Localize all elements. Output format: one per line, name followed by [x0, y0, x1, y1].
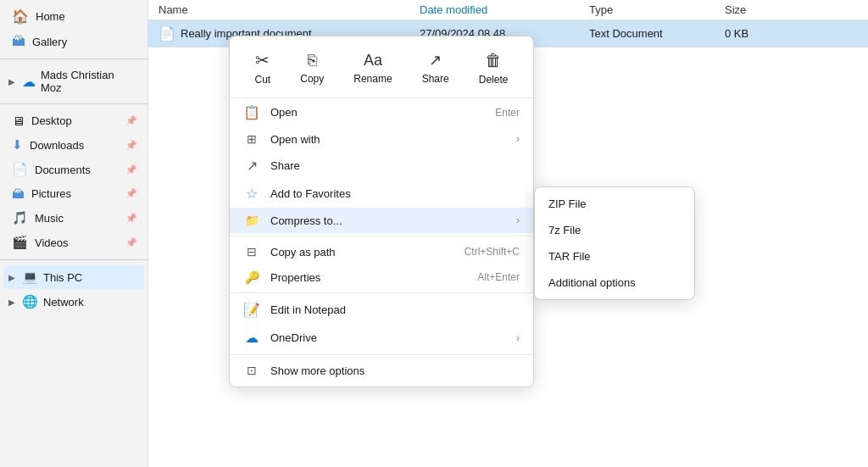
file-icon: 📄	[159, 25, 175, 42]
chevron-icon: ▶	[8, 77, 15, 86]
sidebar-divider	[0, 103, 147, 104]
documents-icon: 📄	[12, 162, 28, 177]
sidebar-item-videos[interactable]: 🎬 Videos 📌	[3, 231, 144, 254]
pin-icon: 📌	[125, 140, 137, 151]
additional-label: Additional options	[548, 276, 636, 289]
column-type[interactable]: Type	[589, 3, 725, 16]
cut-button[interactable]: ✂ Cut	[247, 47, 280, 89]
menu-item-show-more[interactable]: ⊡ Show more options	[230, 358, 533, 383]
menu-item-compress[interactable]: 📁 Compress to... ›	[230, 208, 533, 233]
copy-path-label: Copy as path	[270, 246, 454, 259]
sidebar-item-pictures[interactable]: 🏔 Pictures 📌	[3, 182, 144, 205]
properties-shortcut: Alt+Enter	[477, 271, 520, 283]
pin-icon: 📌	[125, 213, 137, 224]
compress-icon: 📁	[243, 214, 260, 227]
gallery-icon: 🏔	[12, 34, 25, 49]
open-shortcut: Enter	[495, 107, 520, 119]
menu-item-edit-notepad[interactable]: 📝 Edit in Notepad	[230, 296, 533, 324]
open-label: Open	[270, 106, 485, 119]
show-more-label: Show more options	[270, 364, 520, 377]
sidebar-item-documents[interactable]: 📄 Documents 📌	[3, 158, 144, 181]
chevron-right-icon3: ›	[516, 332, 520, 344]
file-size: 0 KB	[725, 27, 748, 40]
notepad-label: Edit in Notepad	[270, 303, 520, 316]
sidebar-item-gallery[interactable]: 🏔 Gallery	[3, 30, 144, 53]
menu-item-open-with[interactable]: ⊞ Open with ›	[230, 126, 533, 152]
submenu-item-7z[interactable]: 7z File	[535, 217, 694, 243]
share-icon: ↗	[429, 51, 442, 69]
show-more-icon: ⊡	[243, 364, 260, 377]
context-menu: ✂ Cut ⎘ Copy Aa Rename ↗ Share 🗑 Delete …	[229, 36, 534, 387]
tar-label: TAR File	[548, 250, 591, 263]
menu-divider1	[230, 236, 533, 236]
menu-item-open[interactable]: 📋 Open Enter	[230, 98, 533, 126]
rename-label: Rename	[353, 73, 392, 85]
delete-icon: 🗑	[485, 51, 502, 70]
sidebar-item-network[interactable]: ▶ 🌐 Network	[3, 290, 144, 314]
column-date[interactable]: Date modified	[420, 3, 589, 16]
sidebar-item-label: Network	[43, 296, 84, 309]
sidebar-item-home[interactable]: 🏠 Home	[3, 4, 144, 29]
sidebar-item-label: Home	[36, 10, 65, 23]
pin-icon: 📌	[125, 237, 137, 248]
submenu-item-tar[interactable]: TAR File	[535, 243, 694, 270]
sidebar-item-label: Gallery	[32, 36, 67, 48]
menu-item-properties[interactable]: 🔑 Properties Alt+Enter	[230, 264, 533, 290]
notepad-icon: 📝	[243, 302, 260, 318]
7z-label: 7z File	[548, 224, 581, 236]
main-content: Name Date modified Type Size 📄 Really im…	[148, 0, 868, 467]
chevron-icon: ▶	[8, 297, 15, 307]
menu-divider3	[230, 354, 533, 355]
column-name[interactable]: Name	[148, 3, 420, 16]
sidebar-item-downloads[interactable]: ⬇ Downloads 📌	[3, 133, 144, 157]
open-icon: 📋	[243, 104, 260, 120]
file-table-header: Name Date modified Type Size	[148, 0, 868, 20]
network-icon: 🌐	[22, 294, 38, 309]
copy-path-shortcut: Ctrl+Shift+C	[465, 246, 520, 258]
submenu-item-zip[interactable]: ZIP File	[535, 191, 694, 217]
delete-button[interactable]: 🗑 Delete	[470, 47, 517, 89]
submenu-item-additional[interactable]: Additional options	[535, 270, 694, 296]
delete-label: Delete	[479, 74, 509, 86]
onedrive-label: OneDrive	[270, 331, 506, 344]
videos-icon: 🎬	[12, 235, 28, 250]
pin-icon: 📌	[125, 164, 137, 175]
sidebar-divider	[0, 58, 147, 59]
share-label: Share	[422, 73, 449, 85]
menu-item-share[interactable]: ↗ Share	[230, 152, 533, 180]
column-size[interactable]: Size	[725, 3, 746, 16]
compress-label: Compress to...	[270, 214, 506, 227]
menu-item-copy-path[interactable]: ⊟ Copy as path Ctrl+Shift+C	[230, 239, 533, 264]
pictures-icon: 🏔	[12, 186, 25, 201]
share-button[interactable]: ↗ Share	[414, 47, 458, 88]
sidebar-item-label: Mads Christian Moz	[41, 69, 137, 94]
zip-label: ZIP File	[548, 197, 587, 210]
sidebar-divider2	[0, 259, 147, 260]
copy-path-icon: ⊟	[243, 245, 260, 259]
favorites-label: Add to Favorites	[270, 187, 520, 200]
sidebar-item-desktop[interactable]: 🖥 Desktop 📌	[3, 109, 144, 132]
menu-item-onedrive[interactable]: ☁ OneDrive ›	[230, 324, 533, 352]
sidebar: 🏠 Home 🏔 Gallery ▶ ☁ Mads Christian Moz …	[0, 0, 148, 467]
pin-icon: 📌	[125, 188, 137, 199]
sidebar-item-thispc[interactable]: ▶ 💻 This PC	[3, 265, 144, 289]
chevron-right-icon: ›	[516, 133, 520, 145]
copy-label: Copy	[300, 73, 324, 85]
rename-button[interactable]: Aa Rename	[345, 48, 400, 88]
sidebar-item-label: Documents	[35, 164, 91, 176]
sidebar-item-label: Videos	[35, 236, 69, 249]
copy-button[interactable]: ⎘ Copy	[292, 48, 332, 88]
sidebar-item-label: This PC	[43, 271, 82, 284]
home-icon: 🏠	[12, 8, 29, 25]
rename-icon: Aa	[364, 52, 382, 69]
onedrive-icon: ☁	[243, 330, 260, 346]
open-with-label: Open with	[270, 133, 506, 146]
cut-label: Cut	[255, 74, 271, 86]
sidebar-item-music[interactable]: 🎵 Music 📌	[3, 206, 144, 230]
favorites-icon: ☆	[243, 186, 260, 202]
properties-label: Properties	[270, 271, 467, 284]
sidebar-item-label: Music	[35, 212, 64, 225]
menu-item-add-favorites[interactable]: ☆ Add to Favorites	[230, 180, 533, 208]
pin-icon: 📌	[125, 115, 137, 126]
sidebar-item-cloud[interactable]: ▶ ☁ Mads Christian Moz	[3, 64, 144, 98]
